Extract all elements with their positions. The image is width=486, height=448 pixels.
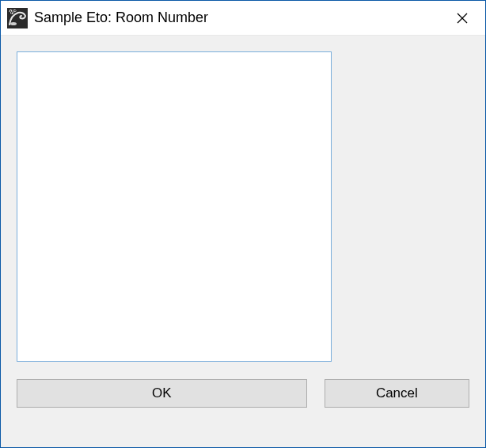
svg-point-1: [10, 22, 17, 25]
room-number-input[interactable]: [17, 51, 332, 362]
button-row: OK Cancel: [17, 379, 469, 408]
close-icon: [457, 13, 468, 24]
window-title: Sample Eto: Room Number: [34, 9, 439, 26]
app-icon: WIP: [7, 8, 28, 28]
textarea-container: [17, 51, 332, 362]
cancel-button[interactable]: Cancel: [325, 379, 469, 408]
dialog-window: WIP Sample Eto: Room Number OK Cancel: [0, 0, 486, 448]
client-area: OK Cancel: [1, 36, 485, 447]
close-button[interactable]: [439, 1, 485, 36]
ok-button[interactable]: OK: [17, 379, 307, 408]
titlebar: WIP Sample Eto: Room Number: [1, 1, 485, 36]
svg-text:WIP: WIP: [9, 9, 17, 14]
